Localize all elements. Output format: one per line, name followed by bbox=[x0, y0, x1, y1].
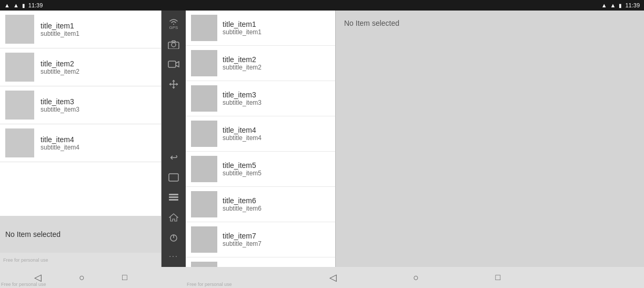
item-subtitle: subtitle_item4 bbox=[41, 144, 79, 151]
list-item[interactable]: title_item1 subtitle_item1 bbox=[0, 11, 161, 48]
toolbar-power-icon[interactable] bbox=[163, 228, 184, 247]
middle-list-item[interactable]: title_item8 subtitle_item8 bbox=[186, 257, 335, 267]
item-text: title_item1 subtitle_item1 bbox=[41, 22, 79, 37]
item-title: title_item3 bbox=[223, 91, 261, 99]
list-item[interactable]: title_item3 subtitle_item3 bbox=[0, 86, 161, 124]
item-title: title_item3 bbox=[41, 97, 79, 106]
item-thumbnail bbox=[5, 15, 34, 44]
svg-rect-5 bbox=[169, 196, 178, 198]
item-subtitle: subtitle_item4 bbox=[223, 134, 261, 142]
item-title: title_item5 bbox=[223, 161, 261, 170]
middle-thumbnail bbox=[191, 15, 217, 41]
item-title: title_item1 bbox=[41, 22, 79, 30]
svg-rect-1 bbox=[168, 42, 179, 49]
list-item[interactable]: title_item4 subtitle_item4 bbox=[0, 124, 161, 162]
svg-point-0 bbox=[172, 43, 176, 47]
middle-list-item[interactable]: title_item5 subtitle_item5 bbox=[186, 152, 335, 187]
item-text: title_item3 subtitle_item3 bbox=[41, 97, 79, 113]
time-left: 11:39 bbox=[28, 2, 43, 8]
toolbar-dots-icon[interactable]: ··· bbox=[163, 248, 184, 264]
watermark-right-bottom: Free for personal use bbox=[187, 282, 232, 287]
item-subtitle: subtitle_item7 bbox=[223, 240, 261, 247]
middle-thumbnail bbox=[191, 50, 217, 76]
item-thumbnail bbox=[5, 91, 34, 120]
toolbar-list-icon[interactable] bbox=[163, 188, 184, 207]
watermark-left-bottom: Free for personal use bbox=[1, 282, 46, 287]
item-subtitle: subtitle_item1 bbox=[223, 28, 261, 36]
middle-toolbar: GPS ↩ bbox=[162, 11, 186, 267]
item-subtitle: subtitle_item2 bbox=[41, 68, 79, 75]
item-title: title_item2 bbox=[223, 55, 261, 64]
item-subtitle: subtitle_item6 bbox=[223, 205, 261, 212]
middle-panel: title_item1 subtitle_item1 title_item2 s… bbox=[186, 11, 336, 267]
item-thumbnail bbox=[5, 128, 34, 157]
item-text: title_item5 subtitle_item5 bbox=[223, 161, 261, 177]
status-bar-right: ▲ ▲ ▮ 11:39 bbox=[601, 2, 640, 8]
item-title: title_item4 bbox=[41, 135, 79, 144]
left-panel: title_item1 subtitle_item1 title_item2 s… bbox=[0, 11, 162, 267]
middle-thumbnail bbox=[191, 156, 217, 182]
item-text: title_item2 subtitle_item2 bbox=[41, 59, 79, 75]
middle-list-item[interactable]: title_item1 subtitle_item1 bbox=[186, 11, 335, 46]
toolbar-camera-icon[interactable] bbox=[163, 35, 184, 54]
time-right: 11:39 bbox=[625, 2, 640, 8]
signal-icon: ▲ bbox=[13, 2, 19, 8]
toolbar-wifi-icon[interactable]: GPS bbox=[163, 14, 184, 34]
home-button-right[interactable]: ○ bbox=[413, 272, 419, 283]
toolbar-tablet-icon[interactable] bbox=[163, 168, 184, 187]
signal-icon-right: ▲ bbox=[610, 2, 616, 8]
middle-thumbnail bbox=[191, 262, 217, 267]
list-item[interactable]: title_item2 subtitle_item2 bbox=[0, 48, 161, 86]
middle-list-item[interactable]: title_item3 subtitle_item3 bbox=[186, 81, 335, 116]
item-text: title_item4 subtitle_item4 bbox=[41, 135, 79, 151]
item-title: title_item7 bbox=[223, 232, 261, 240]
item-text: title_item4 subtitle_item4 bbox=[223, 126, 261, 142]
home-button[interactable]: ○ bbox=[79, 272, 85, 283]
item-title: title_item1 bbox=[223, 20, 261, 28]
left-list: title_item1 subtitle_item1 title_item2 s… bbox=[0, 11, 161, 216]
item-text: title_item3 subtitle_item3 bbox=[223, 91, 261, 106]
middle-list-item[interactable]: title_item2 subtitle_item2 bbox=[186, 46, 335, 81]
middle-list-item[interactable]: title_item4 subtitle_item4 bbox=[186, 116, 335, 152]
no-item-selected-left: No Item selected bbox=[0, 216, 161, 253]
item-subtitle: subtitle_item3 bbox=[223, 99, 261, 106]
watermark-left: Free for personal use bbox=[0, 253, 161, 267]
item-title: title_item4 bbox=[223, 126, 261, 134]
middle-thumbnail bbox=[191, 191, 217, 217]
svg-rect-6 bbox=[169, 199, 178, 201]
item-subtitle: subtitle_item5 bbox=[223, 170, 261, 177]
recent-button[interactable]: □ bbox=[122, 273, 127, 282]
toolbar-move-icon[interactable] bbox=[163, 75, 184, 94]
svg-rect-3 bbox=[169, 174, 178, 181]
wifi-icon-right: ▲ bbox=[601, 2, 607, 8]
svg-rect-2 bbox=[168, 61, 176, 67]
item-title: title_item6 bbox=[223, 196, 261, 205]
item-text: title_item7 subtitle_item7 bbox=[223, 232, 261, 247]
item-subtitle: subtitle_item3 bbox=[41, 106, 79, 113]
item-text: title_item2 subtitle_item2 bbox=[223, 55, 261, 71]
recent-button-right[interactable]: □ bbox=[496, 273, 501, 282]
toolbar-video-icon[interactable] bbox=[163, 55, 184, 74]
item-thumbnail bbox=[5, 53, 34, 82]
middle-thumbnail bbox=[191, 85, 217, 112]
battery-icon: ▮ bbox=[22, 3, 25, 8]
item-text: title_item1 subtitle_item1 bbox=[223, 20, 261, 36]
item-title: title_item2 bbox=[41, 59, 79, 68]
toolbar-home-icon[interactable] bbox=[163, 208, 184, 227]
bottom-nav: ◁ ○ □ ◁ ○ □ Free for personal use Free f… bbox=[0, 267, 644, 288]
back-button-right[interactable]: ◁ bbox=[329, 272, 337, 283]
item-subtitle: subtitle_item1 bbox=[41, 30, 79, 37]
right-panel: No Item selected bbox=[336, 11, 644, 267]
middle-list-item[interactable]: title_item7 subtitle_item7 bbox=[186, 222, 335, 257]
middle-thumbnail bbox=[191, 121, 217, 147]
middle-thumbnail bbox=[191, 226, 217, 253]
middle-list-item[interactable]: title_item6 subtitle_item6 bbox=[186, 187, 335, 222]
bottom-nav-center-section: ◁ ○ □ bbox=[186, 272, 644, 283]
item-text: title_item6 subtitle_item6 bbox=[223, 196, 261, 212]
no-item-selected-right: No Item selected bbox=[344, 19, 399, 27]
wifi-icon: ▲ bbox=[4, 2, 10, 8]
status-bar-left: ▲ ▲ ▮ 11:39 bbox=[4, 2, 43, 8]
item-subtitle: subtitle_item2 bbox=[223, 64, 261, 71]
battery-icon-right: ▮ bbox=[619, 3, 622, 8]
toolbar-back-icon[interactable]: ↩ bbox=[163, 148, 184, 167]
